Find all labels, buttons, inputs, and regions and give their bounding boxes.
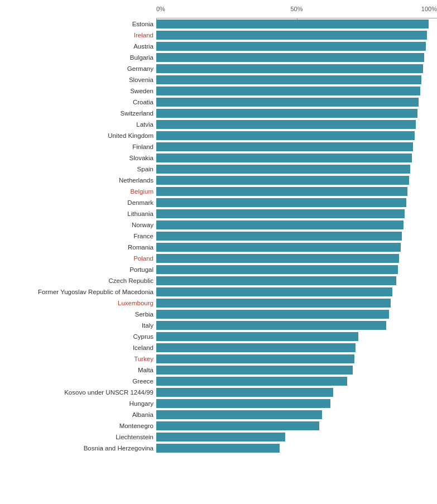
bar — [156, 232, 402, 241]
axis-line-row — [0, 18, 437, 18]
country-label: United Kingdom — [0, 132, 156, 139]
bar — [156, 377, 347, 386]
bar-area — [156, 332, 437, 341]
chart-row: Spain — [0, 165, 437, 174]
country-label: Portugal — [0, 266, 156, 273]
chart-row: Greece — [0, 377, 437, 386]
bar — [156, 388, 333, 397]
bar-area — [156, 354, 437, 363]
country-label: Austria — [0, 43, 156, 50]
country-label: Bosnia and Herzegovina — [0, 445, 156, 452]
country-label: Hungary — [0, 400, 156, 407]
bar-area — [156, 310, 437, 319]
bar — [156, 399, 330, 408]
country-label: Ireland — [0, 32, 156, 39]
country-label: Denmark — [0, 199, 156, 206]
bar-area — [156, 131, 437, 140]
bar — [156, 109, 417, 118]
bar — [156, 75, 421, 84]
country-label: Slovenia — [0, 76, 156, 83]
bar — [156, 332, 358, 341]
bar-area — [156, 388, 437, 397]
chart-row: Malta — [0, 366, 437, 375]
bar-area — [156, 153, 437, 162]
country-label: Norway — [0, 222, 156, 228]
chart-row: Lithuania — [0, 209, 437, 218]
country-label: Greece — [0, 378, 156, 385]
chart-row: Sweden — [0, 87, 437, 95]
bar-area — [156, 254, 437, 263]
bar-area — [156, 343, 437, 352]
bar-area — [156, 75, 437, 84]
bar-area — [156, 20, 437, 28]
country-label: Switzerland — [0, 110, 156, 117]
x-axis-row: 0% 50% 100% — [0, 6, 437, 16]
chart-row: Kosovo under UNSCR 1244/99 — [0, 388, 437, 397]
chart-rows: EstoniaIrelandAustriaBulgariaGermanySlov… — [0, 20, 437, 454]
bar-area — [156, 410, 437, 419]
chart-row: Slovakia — [0, 153, 437, 162]
bar-area — [156, 287, 437, 296]
chart-row: Ireland — [0, 31, 437, 40]
country-label: Bulgaria — [0, 54, 156, 61]
bar — [156, 265, 398, 274]
country-label: Finland — [0, 143, 156, 150]
bar — [156, 243, 401, 252]
chart-row: Luxembourg — [0, 299, 437, 308]
country-label: Montenegro — [0, 423, 156, 429]
x-label-50: 50% — [290, 6, 302, 12]
bar-area — [156, 120, 437, 129]
bar-area — [156, 243, 437, 252]
bar — [156, 31, 427, 40]
bar — [156, 142, 413, 151]
chart-row: Turkey — [0, 354, 437, 363]
chart-row: Estonia — [0, 20, 437, 28]
chart-row: France — [0, 232, 437, 241]
bar-area — [156, 209, 437, 218]
country-label: Turkey — [0, 356, 156, 362]
bar — [156, 433, 285, 441]
bar-area — [156, 109, 437, 118]
bar — [156, 444, 280, 453]
chart-row: Former Yugoslav Republic of Macedonia — [0, 287, 437, 296]
country-label: Slovakia — [0, 155, 156, 161]
axis-line — [156, 18, 437, 18]
bar — [156, 421, 319, 430]
chart-row: Netherlands — [0, 176, 437, 185]
bar — [156, 98, 419, 107]
country-label: Estonia — [0, 21, 156, 27]
country-label: Spain — [0, 166, 156, 172]
country-label: France — [0, 233, 156, 239]
x-label-0: 0% — [156, 6, 165, 12]
chart-row: Montenegro — [0, 421, 437, 430]
chart-row: Poland — [0, 254, 437, 263]
bar — [156, 366, 353, 375]
chart-row: Norway — [0, 220, 437, 229]
country-label: Belgium — [0, 188, 156, 195]
chart-container: 0% 50% 100% EstoniaIrelandAustriaBulgari… — [0, 6, 437, 454]
country-label: Sweden — [0, 88, 156, 94]
bar — [156, 187, 407, 196]
chart-row: United Kingdom — [0, 131, 437, 140]
bar-area — [156, 87, 437, 95]
bar-area — [156, 187, 437, 196]
bar-area — [156, 265, 437, 274]
bar-area — [156, 399, 437, 408]
bar — [156, 42, 426, 51]
bar-area — [156, 64, 437, 73]
bar-area — [156, 366, 437, 375]
chart-row: Italy — [0, 321, 437, 330]
bar — [156, 287, 392, 296]
country-label: Lithuania — [0, 210, 156, 217]
country-label: Latvia — [0, 121, 156, 128]
country-label: Former Yugoslav Republic of Macedonia — [0, 289, 156, 295]
chart-row: Belgium — [0, 187, 437, 196]
bar — [156, 299, 391, 308]
chart-row: Liechtenstein — [0, 433, 437, 441]
country-label: Romania — [0, 244, 156, 251]
bar-area — [156, 53, 437, 62]
chart-row: Romania — [0, 243, 437, 252]
bar-area — [156, 220, 437, 229]
country-label: Germany — [0, 65, 156, 72]
bar-area — [156, 421, 437, 430]
